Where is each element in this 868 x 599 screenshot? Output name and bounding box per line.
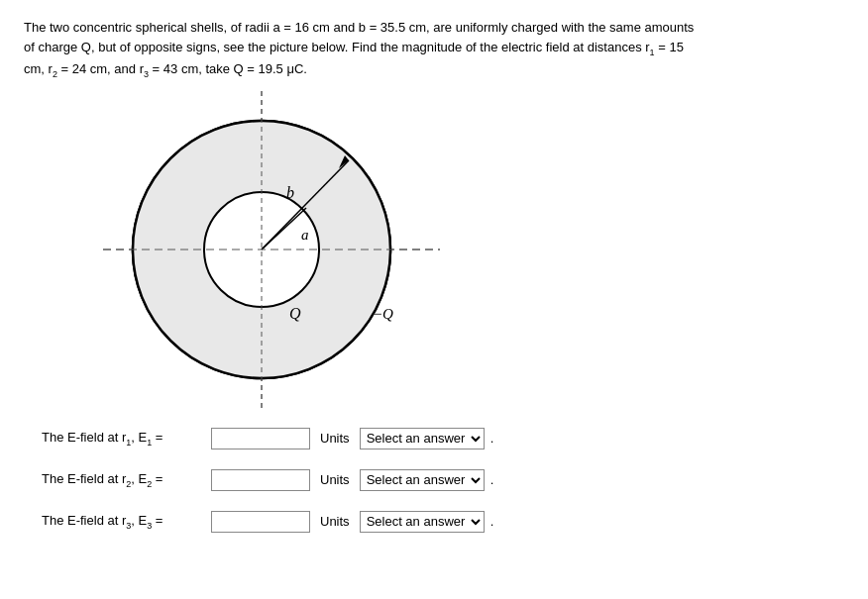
label-a: a — [301, 227, 309, 243]
label-b: b — [286, 184, 294, 201]
e3-label: The E-field at r3, E3 = — [42, 513, 205, 531]
e2-input[interactable] — [211, 469, 310, 491]
e1-dot: . — [490, 431, 494, 446]
field-row-e3: The E-field at r3, E3 = Units Select an … — [42, 511, 844, 533]
e1-units-label: Units — [320, 431, 350, 446]
diagram-container: b a Q −Q — [103, 91, 844, 408]
e3-input[interactable] — [211, 511, 310, 533]
e1-label: The E-field at r1, E1 = — [42, 430, 205, 448]
e3-units-label: Units — [320, 514, 350, 529]
fields-section: The E-field at r1, E1 = Units Select an … — [42, 428, 844, 533]
e2-label: The E-field at r2, E2 = — [42, 471, 205, 489]
field-row-e1: The E-field at r1, E1 = Units Select an … — [42, 428, 844, 449]
e2-units-select[interactable]: Select an answer N/C kN/C MN/C V/m kV/m … — [360, 469, 485, 491]
e2-units-label: Units — [320, 472, 350, 487]
field-row-e2: The E-field at r2, E2 = Units Select an … — [42, 469, 844, 491]
label-Q: Q — [289, 305, 301, 322]
e3-dot: . — [490, 514, 494, 529]
problem-text: The two concentric spherical shells, of … — [24, 18, 698, 81]
label-negQ: −Q — [373, 306, 393, 322]
e1-units-select[interactable]: Select an answer N/C kN/C MN/C V/m kV/m … — [360, 428, 485, 449]
e3-units-select[interactable]: Select an answer N/C kN/C MN/C V/m kV/m … — [360, 511, 485, 533]
diagram-svg: b a Q −Q — [103, 91, 440, 408]
e2-dot: . — [490, 472, 494, 487]
e1-input[interactable] — [211, 428, 310, 449]
